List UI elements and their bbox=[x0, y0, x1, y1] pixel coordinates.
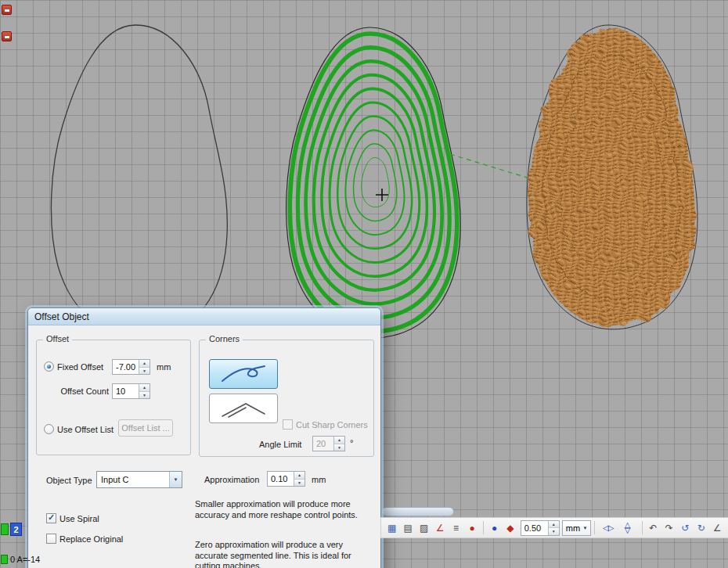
rounded-corner-button[interactable] bbox=[209, 359, 278, 389]
rotate-cw-icon[interactable]: ↷ bbox=[661, 519, 676, 536]
offset-list-button-label: Offset List ... bbox=[121, 423, 170, 433]
rotate-ccw-icon[interactable]: ↶ bbox=[646, 519, 661, 536]
object-count-value: 2 bbox=[13, 525, 18, 534]
angle-limit-input[interactable] bbox=[313, 437, 333, 451]
outline-shape[interactable] bbox=[51, 25, 227, 339]
sharp-corner-icon bbox=[219, 398, 268, 419]
offset-object-dialog: Offset Object Offset Fixed Offset ▲ ▼ mm… bbox=[27, 307, 381, 568]
offset-group: Offset Fixed Offset ▲ ▼ mm Offset Count … bbox=[36, 340, 191, 455]
units-value: mm bbox=[566, 523, 580, 533]
cut-sharp-corners-label: Cut Sharp Corners bbox=[296, 420, 368, 430]
approximation-note-1: Smaller approximation will produce more … bbox=[195, 499, 377, 520]
spin-up-icon[interactable]: ▲ bbox=[294, 472, 305, 480]
fixed-offset-unit: mm bbox=[157, 362, 171, 372]
offset-count-spinner[interactable]: ▲ ▼ bbox=[112, 383, 150, 399]
red-node-icon[interactable]: ● bbox=[464, 519, 479, 536]
corners-group-label: Corners bbox=[206, 334, 243, 343]
approximation-unit: mm bbox=[312, 475, 326, 484]
fixed-offset-label: Fixed Offset bbox=[57, 362, 103, 372]
offset-list-button[interactable]: Offset List ... bbox=[118, 419, 173, 437]
fixed-offset-spinner[interactable]: ▲ ▼ bbox=[112, 359, 150, 375]
object-type-dropdown[interactable]: Input C ▼ bbox=[96, 471, 182, 488]
rotate-right-icon[interactable]: ↻ bbox=[694, 519, 708, 536]
toolbar-separator bbox=[642, 521, 643, 534]
spin-up-icon[interactable]: ▲ bbox=[139, 360, 150, 368]
stitch-list-icon[interactable]: ▤ bbox=[400, 519, 415, 536]
spin-down-icon[interactable]: ▼ bbox=[549, 528, 559, 535]
offset-count-spin-arrows: ▲ ▼ bbox=[139, 384, 150, 398]
offset-width-spinner[interactable]: ▲ ▼ bbox=[521, 520, 560, 536]
rotate-left-icon[interactable]: ↺ bbox=[678, 519, 693, 536]
offset-width-spin-arrows: ▲ ▼ bbox=[548, 521, 559, 535]
approximation-spin-arrows: ▲ ▼ bbox=[294, 472, 305, 486]
fixed-offset-input[interactable] bbox=[113, 360, 139, 374]
color-chip-green[interactable] bbox=[1, 523, 9, 535]
cut-sharp-corners-checkbox[interactable] bbox=[283, 419, 293, 430]
approximation-note-2: Zero approximation will produce a very a… bbox=[195, 540, 377, 568]
dropdown-arrow-icon[interactable]: ▼ bbox=[169, 472, 182, 487]
replace-original-label: Replace Original bbox=[59, 534, 123, 544]
object-count-badge[interactable]: 2 bbox=[10, 523, 22, 536]
corners-group: Corners Cut Sharp Corners Angle Limit ▲ … bbox=[199, 340, 374, 457]
toolbar-separator bbox=[483, 521, 484, 534]
spin-down-icon[interactable]: ▼ bbox=[139, 392, 150, 399]
use-offset-list-label: Use Offset List bbox=[57, 425, 114, 434]
rounded-corner-icon bbox=[219, 364, 268, 384]
design-grid-icon[interactable]: ▦ bbox=[384, 519, 399, 536]
spin-up-icon[interactable]: ▲ bbox=[334, 437, 344, 444]
approximation-input[interactable] bbox=[268, 472, 294, 486]
offset-count-label: Offset Count bbox=[43, 386, 109, 396]
crosshair-cursor bbox=[376, 189, 388, 201]
object-type-value: Input C bbox=[97, 472, 169, 487]
status-readout-row: 0 A=-14 bbox=[1, 555, 40, 564]
use-spiral-checkbox[interactable]: ✓ bbox=[46, 513, 56, 523]
status-color-chip[interactable] bbox=[1, 555, 8, 564]
stitched-shape[interactable] bbox=[509, 12, 724, 348]
dialog-titlebar[interactable]: Offset Object bbox=[28, 308, 380, 325]
spin-up-icon[interactable]: ▲ bbox=[549, 521, 559, 529]
angle-limit-spinner[interactable]: ▲ ▼ bbox=[312, 436, 345, 451]
angle-limit-unit: ° bbox=[350, 438, 353, 448]
offset-count-input[interactable] bbox=[113, 384, 139, 398]
angle-measure-icon[interactable]: ∠ bbox=[432, 519, 447, 536]
red-tool-icon-top[interactable] bbox=[2, 5, 12, 15]
fill-pattern-icon[interactable]: ▨ bbox=[416, 519, 431, 536]
toolbar-separator bbox=[594, 521, 595, 534]
stitch-marks-icon[interactable]: ≡ bbox=[449, 519, 463, 536]
dialog-title: Offset Object bbox=[34, 311, 89, 322]
offset-group-label: Offset bbox=[43, 334, 72, 343]
dropdown-arrow-icon[interactable]: ▼ bbox=[580, 526, 590, 530]
offset-width-input[interactable] bbox=[521, 521, 548, 535]
spin-down-icon[interactable]: ▼ bbox=[139, 368, 150, 375]
sharp-corner-button[interactable] bbox=[209, 394, 278, 423]
units-dropdown[interactable]: mm ▼ bbox=[562, 520, 591, 536]
status-readout: 0 A=-14 bbox=[10, 555, 40, 564]
angle-limit-label: Angle Limit bbox=[259, 440, 301, 449]
fixed-offset-radio[interactable] bbox=[44, 361, 54, 372]
spin-down-icon[interactable]: ▼ bbox=[294, 480, 305, 487]
offset-spiral-shape[interactable] bbox=[287, 27, 461, 338]
spin-down-icon[interactable]: ▼ bbox=[334, 444, 344, 451]
skew-icon[interactable]: ∠ bbox=[709, 519, 724, 536]
transform-toolbar: ▦ ▤ ▨ ∠ ≡ ● ● ◆ ▲ ▼ mm ▼ ◁▷ ◁▷ ↶ ↷ ↺ ↻ ∠ bbox=[380, 517, 728, 538]
approximation-spinner[interactable]: ▲ ▼ bbox=[267, 471, 305, 487]
object-type-label: Object Type bbox=[46, 476, 92, 485]
replace-original-checkbox[interactable] bbox=[46, 534, 56, 544]
mirror-horizontal-icon[interactable]: ◁▷ bbox=[598, 519, 618, 536]
use-offset-list-radio[interactable] bbox=[44, 424, 54, 434]
spin-up-icon[interactable]: ▲ bbox=[139, 384, 150, 392]
blue-node-icon[interactable]: ● bbox=[487, 519, 502, 536]
check-icon: ✓ bbox=[48, 512, 55, 523]
use-spiral-label: Use Spiral bbox=[59, 514, 99, 523]
node-pair-icon[interactable]: ◆ bbox=[503, 519, 517, 536]
horizontal-scrollbar-thumb[interactable] bbox=[381, 507, 454, 516]
angle-limit-spin-arrows: ▲ ▼ bbox=[333, 437, 344, 451]
fixed-offset-spin-arrows: ▲ ▼ bbox=[139, 360, 150, 374]
mirror-vertical-icon[interactable]: ◁▷ bbox=[620, 518, 636, 537]
approximation-label: Approximation bbox=[204, 475, 259, 484]
red-tool-icon-bottom[interactable] bbox=[2, 31, 12, 41]
